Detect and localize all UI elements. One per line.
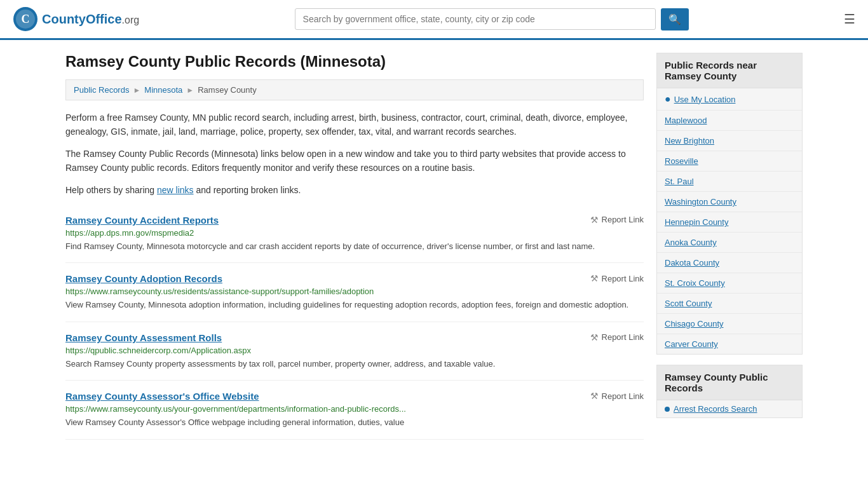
logo-icon: C (13, 6, 38, 32)
breadcrumb-public-records[interactable]: Public Records (74, 85, 129, 95)
report-label-0: Report Link (602, 215, 644, 224)
report-icon-0: ⚒ (590, 215, 599, 225)
logo-area: C CountyOffice.org (13, 6, 139, 32)
nearby-item-2[interactable]: Roseville (657, 151, 802, 172)
description-1: Perform a free Ramsey County, MN public … (65, 111, 644, 139)
nearby-item-0[interactable]: Maplewood (657, 111, 802, 131)
nearby-item-11[interactable]: Carver County (657, 334, 802, 354)
breadcrumb-current: Ramsey County (198, 85, 256, 95)
county-records-title: Ramsey County Public Records (657, 365, 802, 400)
record-item-0: Ramsey County Accident Reports ⚒ Report … (65, 205, 644, 264)
nearby-link-2[interactable]: Roseville (665, 156, 698, 166)
report-link-3[interactable]: ⚒ Report Link (590, 391, 644, 401)
record-url-2: https://qpublic.schneidercorp.com/Applic… (65, 346, 644, 355)
nearby-link-4[interactable]: Washington County (665, 197, 736, 207)
report-label-3: Report Link (602, 391, 644, 401)
description-3: Help others by sharing new links and rep… (65, 183, 644, 197)
bullet-icon-0 (665, 407, 670, 412)
report-link-0[interactable]: ⚒ Report Link (590, 215, 644, 225)
new-links-link[interactable]: new links (157, 185, 194, 195)
record-url-3: https://www.ramseycounty.us/your-governm… (65, 404, 644, 414)
use-location-link[interactable]: Use My Location (674, 95, 736, 104)
nearby-item-7[interactable]: Dakota County (657, 253, 802, 273)
county-record-link-0[interactable]: Arrest Records Search (674, 404, 757, 414)
content-area: Ramsey County Public Records (Minnesota)… (65, 53, 644, 440)
nearby-section: Public Records near Ramsey County ● Use … (656, 53, 803, 355)
record-url-0: https://app.dps.mn.gov/mspmedia2 (65, 228, 644, 238)
nearby-link-3[interactable]: St. Paul (665, 177, 694, 186)
record-title-2[interactable]: Ramsey County Assessment Rolls (65, 332, 222, 343)
record-desc-2: Search Ramsey County property assessment… (65, 358, 644, 370)
sidebar: Public Records near Ramsey County ● Use … (656, 53, 803, 440)
records-list: Ramsey County Accident Reports ⚒ Report … (65, 205, 644, 440)
search-button[interactable]: 🔍 (661, 8, 689, 30)
nearby-link-10[interactable]: Chisago County (665, 319, 724, 329)
nearby-item-9[interactable]: Scott County (657, 294, 802, 314)
report-link-2[interactable]: ⚒ Report Link (590, 332, 644, 342)
nearby-link-7[interactable]: Dakota County (665, 258, 719, 268)
page-title: Ramsey County Public Records (Minnesota) (65, 53, 644, 71)
search-input[interactable] (295, 8, 656, 30)
location-pin-icon: ● (665, 93, 671, 105)
nearby-link-0[interactable]: Maplewood (665, 116, 707, 125)
nearby-list: MaplewoodNew BrightonRosevilleSt. PaulWa… (657, 111, 802, 354)
nearby-link-8[interactable]: St. Croix County (665, 278, 725, 288)
nearby-item-8[interactable]: St. Croix County (657, 273, 802, 294)
report-icon-2: ⚒ (590, 332, 599, 342)
record-item-3: Ramsey County Assessor's Office Website … (65, 381, 644, 440)
record-title-3[interactable]: Ramsey County Assessor's Office Website (65, 391, 259, 402)
county-record-item-0[interactable]: Arrest Records Search (657, 400, 802, 417)
county-records-list: Arrest Records Search (657, 400, 802, 417)
menu-button[interactable]: ☰ (844, 11, 855, 27)
report-label-1: Report Link (602, 274, 644, 283)
breadcrumb: Public Records ► Minnesota ► Ramsey Coun… (65, 79, 644, 100)
description-2: The Ramsey County Public Records (Minnes… (65, 147, 644, 175)
record-url-1: https://www.ramseycounty.us/residents/as… (65, 287, 644, 296)
nearby-item-1[interactable]: New Brighton (657, 131, 802, 151)
report-link-1[interactable]: ⚒ Report Link (590, 273, 644, 283)
record-title-0[interactable]: Ramsey County Accident Reports (65, 215, 219, 226)
main-container: Ramsey County Public Records (Minnesota)… (53, 40, 815, 452)
use-location-item[interactable]: ● Use My Location (657, 88, 802, 111)
nearby-link-1[interactable]: New Brighton (665, 136, 714, 146)
record-item-1: Ramsey County Adoption Records ⚒ Report … (65, 263, 644, 322)
nearby-link-11[interactable]: Carver County (665, 339, 718, 349)
report-label-2: Report Link (602, 332, 644, 342)
report-icon-1: ⚒ (590, 273, 599, 283)
report-icon-3: ⚒ (590, 391, 599, 401)
nearby-title: Public Records near Ramsey County (657, 53, 802, 88)
nearby-item-4[interactable]: Washington County (657, 192, 802, 212)
county-records-section: Ramsey County Public Records Arrest Reco… (656, 365, 803, 418)
nearby-link-6[interactable]: Anoka County (665, 238, 717, 247)
header: C CountyOffice.org 🔍 ☰ (0, 0, 868, 40)
svg-text:C: C (22, 13, 30, 25)
record-desc-3: View Ramsey County Assessor's Office web… (65, 416, 644, 429)
nearby-link-5[interactable]: Hennepin County (665, 217, 728, 227)
logo-text: CountyOffice.org (42, 12, 139, 27)
nearby-link-9[interactable]: Scott County (665, 299, 712, 308)
record-desc-1: View Ramsey County, Minnesota adoption i… (65, 299, 644, 311)
nearby-item-6[interactable]: Anoka County (657, 233, 802, 253)
nearby-item-3[interactable]: St. Paul (657, 172, 802, 192)
record-desc-0: Find Ramsey County, Minnesota motorcycle… (65, 240, 644, 253)
record-item-2: Ramsey County Assessment Rolls ⚒ Report … (65, 322, 644, 381)
nearby-item-5[interactable]: Hennepin County (657, 212, 802, 233)
search-area: 🔍 (295, 8, 689, 30)
record-title-1[interactable]: Ramsey County Adoption Records (65, 273, 222, 284)
breadcrumb-minnesota[interactable]: Minnesota (144, 85, 182, 95)
nearby-item-10[interactable]: Chisago County (657, 314, 802, 334)
